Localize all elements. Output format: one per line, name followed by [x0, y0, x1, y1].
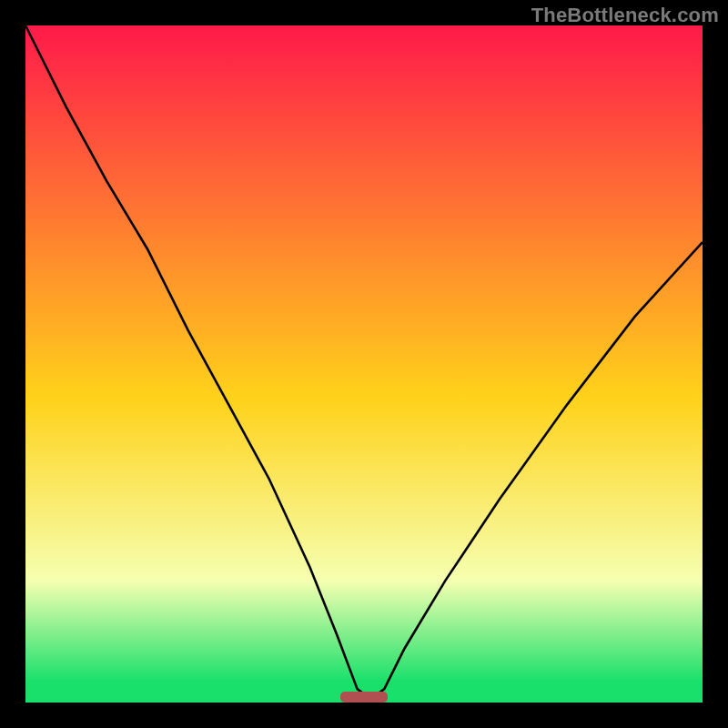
chart-frame: TheBottleneck.com [0, 0, 728, 728]
optimal-marker [340, 692, 388, 703]
plot-background [25, 25, 703, 703]
bottleneck-chart [0, 0, 728, 728]
watermark-text: TheBottleneck.com [531, 4, 719, 27]
